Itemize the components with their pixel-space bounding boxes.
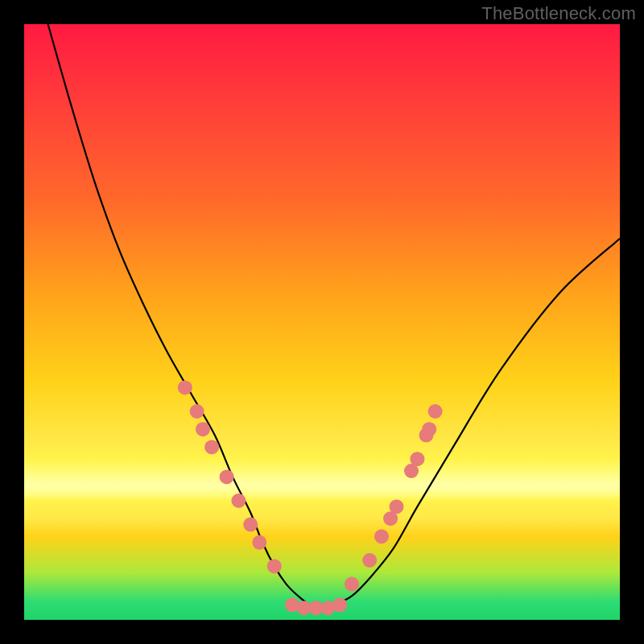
highlight-dot: [252, 535, 266, 550]
highlight-dot: [231, 493, 246, 508]
highlight-dot: [374, 529, 389, 543]
highlight-dot: [309, 601, 324, 615]
highlight-dot: [428, 404, 443, 419]
watermark-text: TheBottleneck.com: [481, 3, 636, 24]
highlight-dot: [390, 499, 404, 514]
highlight-dot: [204, 440, 219, 454]
highlight-dot: [320, 601, 335, 615]
highlight-dot: [297, 601, 312, 615]
highlight-dot: [362, 553, 377, 568]
highlight-dot: [178, 380, 192, 394]
highlight-dot: [243, 518, 258, 532]
highlight-dot: [345, 577, 359, 592]
chart-container: TheBottleneck.com: [0, 0, 644, 644]
highlight-dot: [404, 464, 419, 478]
highlight-dot: [332, 598, 347, 613]
highlight-dot: [267, 559, 282, 573]
highlight-dot: [410, 452, 424, 466]
highlight-dot: [285, 598, 299, 613]
highlight-dot: [190, 404, 204, 419]
plot-area: [24, 24, 620, 620]
highlight-dot: [220, 469, 234, 484]
bottleneck-curve: [24, 24, 620, 620]
highlight-dot: [422, 422, 436, 436]
highlight-dot: [196, 422, 210, 436]
highlight-dot: [419, 428, 434, 443]
highlight-dot: [383, 511, 398, 526]
highlight-dots: [24, 24, 620, 620]
